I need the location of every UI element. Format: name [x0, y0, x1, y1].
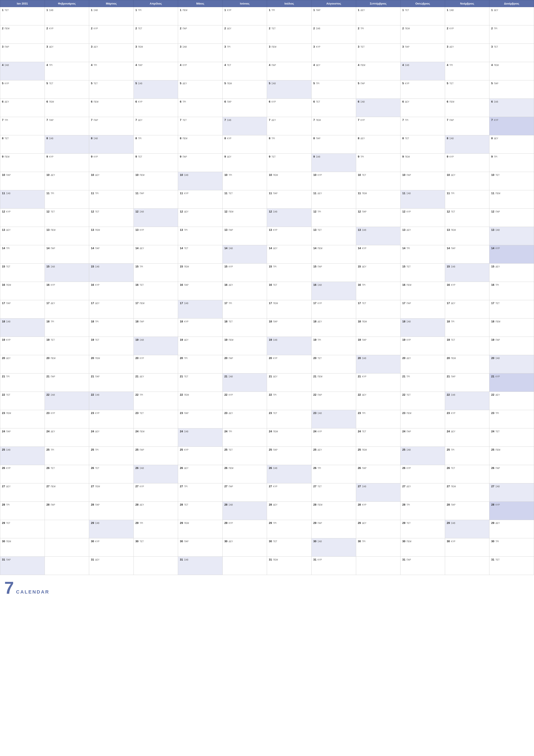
day-cell: 8 ΠΕΜ	[178, 135, 223, 154]
day-cell: 1 ΚΥΡ	[222, 7, 267, 25]
day-cell: 1 ΠΑΡ	[312, 7, 356, 25]
day-cell: 28 ΠΕΜ	[312, 502, 356, 520]
day-cell: 19 ΚΥΡ	[0, 337, 45, 355]
day-cell: 19 ΠΕΜ	[222, 337, 267, 355]
day-cell: 5 ΚΥΡ	[400, 80, 445, 99]
day-cell: 6 ΚΥΡ	[267, 99, 312, 117]
day-cell: 20 ΣΑΒ	[356, 355, 400, 373]
day-cell: 3 ΤΕΤ	[490, 44, 534, 62]
day-cell: 28 ΤΕΤ	[178, 502, 223, 520]
day-cell: 1 ΣΑΒ	[445, 7, 490, 25]
day-cell: 23 ΠΑΡ	[178, 410, 223, 428]
day-cell: 31 ΣΑΒ	[178, 557, 223, 575]
day-cell: 3 ΤΡΙ	[222, 44, 267, 62]
day-cell: 14 ΤΡΙ	[400, 245, 445, 263]
day-cell: 11 ΤΕΤ	[222, 190, 267, 209]
month-header-sep: Σεπτέμβριος	[356, 0, 400, 7]
calendar-container: Ιαν 2031 Φεβρουάριος Μάρτιος Απρίλιος Μά…	[0, 0, 534, 599]
day-cell: 25 ΣΑΒ	[400, 447, 445, 465]
day-cell: 19 ΠΑΡ	[490, 337, 534, 355]
day-cell: 19 ΚΥΡ	[400, 337, 445, 355]
day-cell: 16 ΚΥΡ	[445, 282, 490, 300]
day-cell: 3 ΠΑΡ	[0, 44, 45, 62]
day-cell: 13 ΣΑΒ	[356, 227, 400, 245]
day-cell: 9 ΚΥΡ	[44, 154, 89, 172]
day-cell: 8 ΣΑΒ	[445, 135, 490, 154]
day-cell: 13 ΠΑΡ	[222, 227, 267, 245]
footer-text: CALENDAR	[16, 589, 50, 595]
day-cell: 1 ΤΕΤ	[0, 7, 45, 25]
day-cell: 15 ΣΑΒ	[445, 263, 490, 282]
day-cell: 27 ΔΕΥ	[400, 483, 445, 502]
day-cell: 18 ΔΕΥ	[312, 318, 356, 337]
day-cell: 29 ΣΑΒ	[445, 520, 490, 538]
day-cell: 9 ΤΕΤ	[134, 154, 178, 172]
day-cell: 22 ΠΕΜ	[178, 392, 223, 410]
day-cell: 6 ΚΥΡ	[134, 99, 178, 117]
day-cell: 25 ΣΑΒ	[0, 447, 45, 465]
day-cell: 2 ΤΕΤ	[134, 25, 178, 44]
day-cell: 15 ΠΕΜ	[178, 263, 223, 282]
day-cell: 6 ΣΑΒ	[490, 99, 534, 117]
day-cell: 29 ΠΕΜ	[178, 520, 223, 538]
day-cell: 4 ΤΡΙ	[89, 62, 134, 80]
day-cell: 7 ΣΑΒ	[222, 117, 267, 135]
day-cell: 15 ΤΕΤ	[0, 263, 45, 282]
day-cell: 3 ΠΑΡ	[400, 44, 445, 62]
day-cell: 8 ΣΑΒ	[89, 135, 134, 154]
day-cell: 29 ΤΕΤ	[400, 520, 445, 538]
day-cell: 26 ΤΕΤ	[44, 465, 89, 483]
month-header-may: Μάιος	[178, 0, 223, 7]
day-cell: 11 ΠΕΜ	[490, 190, 534, 209]
day-cell: 14 ΚΥΡ	[490, 245, 534, 263]
day-cell: 3 ΠΕΜ	[134, 44, 178, 62]
day-cell: 12 ΤΕΤ	[89, 209, 134, 227]
day-cell: 12 ΤΡΙ	[312, 209, 356, 227]
day-cell: 26 ΤΕΤ	[89, 465, 134, 483]
day-cell: 7 ΚΥΡ	[490, 117, 534, 135]
table-row: 11 ΣΑΒ 11 ΤΡΙ 11 ΤΡΙ 11 ΠΑΡ 11 ΚΥΡ 11 ΤΕ…	[0, 190, 534, 209]
day-cell: 4 ΤΡΙ	[44, 62, 89, 80]
day-cell: 23 ΤΡΙ	[490, 410, 534, 428]
table-row: 4 ΣΑΒ 4 ΤΡΙ 4 ΤΡΙ 4 ΠΑΡ 4 ΚΥΡ 4 ΤΕΤ 4 ΠΑ…	[0, 62, 534, 80]
day-cell: 26 ΠΑΡ	[490, 465, 534, 483]
day-cell: 27 ΠΑΡ	[222, 483, 267, 502]
table-row: 10 ΠΑΡ 10 ΔΕΥ 10 ΔΕΥ 10 ΠΕΜ 10 ΣΑΒ 10 ΤΡ…	[0, 172, 534, 190]
day-cell: 4 ΠΕΜ	[356, 62, 400, 80]
day-cell: 24 ΤΕΤ	[356, 428, 400, 447]
day-cell: 10 ΠΑΡ	[400, 172, 445, 190]
day-cell: 28 ΠΑΡ	[44, 502, 89, 520]
day-cell: 20 ΔΕΥ	[0, 355, 45, 373]
day-cell: 22 ΤΕΤ	[0, 392, 45, 410]
day-cell: 24 ΠΑΡ	[400, 428, 445, 447]
table-row: 1 ΤΕΤ 1 ΣΑΒ 1 ΣΑΒ 1 ΤΡΙ 1 ΠΕΜ 1 ΚΥΡ 1 ΤΡ…	[0, 7, 534, 25]
day-cell: 22 ΚΥΡ	[222, 392, 267, 410]
table-row: 14 ΤΡΙ 14 ΠΑΡ 14 ΠΑΡ 14 ΔΕΥ 14 ΤΕΤ 14 ΣΑ…	[0, 245, 534, 263]
day-cell: 30 ΤΕΤ	[267, 538, 312, 557]
day-cell: 2 ΤΡΙ	[490, 25, 534, 44]
day-cell: 28 ΚΥΡ	[490, 502, 534, 520]
day-cell: 15 ΤΡΙ	[267, 263, 312, 282]
day-cell: 13 ΠΕΜ	[89, 227, 134, 245]
day-cell: 18 ΤΡΙ	[445, 318, 490, 337]
day-cell: 31 ΠΑΡ	[0, 557, 45, 575]
day-cell: 18 ΠΑΡ	[134, 318, 178, 337]
day-cell: 1 ΤΕΤ	[400, 7, 445, 25]
day-cell: 23 ΚΥΡ	[445, 410, 490, 428]
day-cell	[44, 557, 89, 575]
day-cell: 27 ΠΕΜ	[89, 483, 134, 502]
day-cell: 6 ΠΕΜ	[44, 99, 89, 117]
day-cell: 6 ΠΕΜ	[89, 99, 134, 117]
day-cell: 5 ΠΑΡ	[356, 80, 400, 99]
day-cell: 11 ΣΑΒ	[0, 190, 45, 209]
day-cell: 14 ΠΑΡ	[445, 245, 490, 263]
day-cell: 15 ΠΑΡ	[312, 263, 356, 282]
day-cell: 18 ΠΕΜ	[356, 318, 400, 337]
day-cell: 18 ΤΡΙ	[44, 318, 89, 337]
day-cell: 30 ΠΕΜ	[0, 538, 45, 557]
day-cell: 7 ΠΑΡ	[44, 117, 89, 135]
day-cell: 28 ΚΥΡ	[356, 502, 400, 520]
day-cell: 4 ΚΥΡ	[178, 62, 223, 80]
day-cell: 20 ΚΥΡ	[267, 355, 312, 373]
day-cell: 12 ΠΕΜ	[222, 209, 267, 227]
